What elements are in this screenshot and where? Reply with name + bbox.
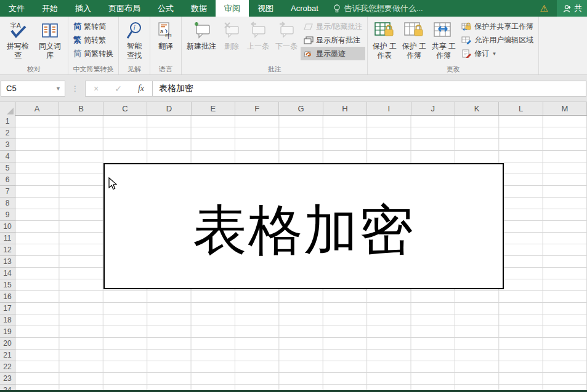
- spellcheck-icon: 字A: [9, 20, 27, 42]
- spell-check-button[interactable]: 字A 拼写检查: [2, 18, 34, 62]
- convert-label: 简繁转换: [84, 49, 113, 59]
- protect-sheet-button[interactable]: 保护 工作表: [370, 18, 399, 62]
- cancel-icon[interactable]: ×: [94, 84, 99, 94]
- smart-lookup-icon: i: [126, 20, 143, 42]
- warning-icon[interactable]: ⚠: [540, 3, 548, 14]
- ribbon-tab[interactable]: 页面布局: [100, 0, 149, 17]
- trad-to-simp-label: 繁转简: [84, 22, 106, 32]
- column-header[interactable]: C: [103, 102, 147, 115]
- next-comment-icon: [277, 20, 296, 42]
- ribbon-tab[interactable]: 文件: [0, 0, 33, 17]
- column-header[interactable]: K: [455, 102, 499, 115]
- row-header[interactable]: 18: [0, 314, 15, 326]
- ribbon-tab[interactable]: 视图: [249, 0, 282, 17]
- share-workbook-icon: [433, 20, 454, 42]
- column-header[interactable]: L: [499, 102, 543, 115]
- column-header[interactable]: H: [323, 102, 367, 115]
- column-header[interactable]: G: [279, 102, 323, 115]
- column-header[interactable]: E: [192, 102, 235, 115]
- column-header[interactable]: M: [543, 102, 587, 115]
- next-comment-button: 下一条: [272, 18, 301, 62]
- row-header[interactable]: 20: [0, 338, 15, 350]
- group-label-changes: 更改: [368, 65, 538, 74]
- svg-text:中: 中: [165, 32, 172, 39]
- smart-lookup-button[interactable]: i 智能 查找: [121, 18, 148, 62]
- row-header[interactable]: 1: [0, 116, 15, 127]
- select-all-corner[interactable]: [0, 102, 15, 116]
- trad-to-simp-button[interactable]: 简 繁转简: [70, 20, 116, 33]
- row-header[interactable]: 4: [0, 151, 15, 162]
- allow-edit-ranges-label: 允许用户编辑区域: [474, 35, 533, 46]
- row-header[interactable]: 10: [0, 221, 15, 233]
- column-header[interactable]: I: [367, 102, 411, 115]
- new-comment-button[interactable]: 新建批注: [184, 18, 219, 62]
- track-changes-label: 修订: [474, 49, 489, 59]
- prev-comment-icon: [249, 20, 267, 42]
- row-header[interactable]: 15: [0, 279, 15, 291]
- row-header[interactable]: 7: [0, 186, 15, 198]
- column-header[interactable]: A: [15, 102, 59, 115]
- share-button[interactable]: 共: [557, 0, 587, 17]
- name-box-dropdown-icon[interactable]: ▼: [55, 86, 61, 92]
- formula-input[interactable]: 表格加密: [153, 81, 586, 97]
- ribbon-tab[interactable]: 公式: [149, 0, 182, 17]
- allow-edit-ranges-button[interactable]: 允许用户编辑区域: [458, 33, 536, 47]
- protect-workbook-icon: [403, 20, 424, 42]
- column-header[interactable]: D: [147, 102, 191, 115]
- row-header[interactable]: 23: [0, 373, 15, 385]
- ribbon-tab[interactable]: Acrobat: [282, 0, 327, 17]
- encrypt-title-text: 表格加密: [193, 195, 415, 258]
- row-header[interactable]: 6: [0, 174, 15, 186]
- group-label-comments: 批注: [182, 65, 367, 74]
- enter-icon[interactable]: ✓: [115, 84, 122, 94]
- encrypt-title-box[interactable]: 表格加密: [103, 163, 504, 289]
- ribbon-tab[interactable]: 插入: [67, 0, 100, 17]
- row-headers: 123456789101112131415161718192021222324: [0, 116, 15, 392]
- column-header[interactable]: B: [59, 102, 103, 115]
- ribbon-tab[interactable]: 开始: [33, 0, 67, 17]
- row-header[interactable]: 13: [0, 256, 15, 268]
- translate-icon: a中: [157, 20, 174, 42]
- tell-me-box[interactable]: 告诉我您想要做什么...: [333, 0, 423, 17]
- share-workbook-button[interactable]: 共享 工作簿: [429, 18, 458, 62]
- show-ink-label: 显示墨迹: [316, 49, 346, 59]
- column-header[interactable]: J: [411, 102, 455, 115]
- trad-to-simp-icon: 简: [73, 21, 81, 32]
- row-header[interactable]: 2: [0, 127, 15, 139]
- show-ink-button[interactable]: 显示墨迹: [301, 47, 365, 60]
- group-label-proofing: 校对: [0, 65, 68, 74]
- name-box[interactable]: C5 ▼: [1, 81, 65, 97]
- convert-button[interactable]: 简 简繁转换: [70, 47, 116, 60]
- row-header[interactable]: 5: [0, 162, 15, 174]
- ribbon-tab[interactable]: 数据: [182, 0, 216, 17]
- protect-share-icon: [461, 22, 472, 31]
- thesaurus-button[interactable]: 同义词库: [34, 18, 66, 62]
- translate-button[interactable]: a中 翻译: [152, 18, 179, 62]
- group-proofing: 字A 拼写检查 同义词库 校对: [0, 17, 68, 74]
- row-header[interactable]: 12: [0, 244, 15, 256]
- formula-bar-separator: ⋮: [65, 84, 85, 93]
- row-header[interactable]: 11: [0, 233, 15, 244]
- row-header[interactable]: 17: [0, 303, 15, 314]
- protect-workbook-button[interactable]: 保护 工作簿: [399, 18, 429, 62]
- row-header[interactable]: 9: [0, 209, 15, 221]
- svg-text:字A: 字A: [10, 22, 21, 29]
- protect-share-workbook-button[interactable]: 保护并共享工作簿: [458, 20, 536, 33]
- ribbon-tab[interactable]: 审阅: [216, 0, 249, 17]
- simp-to-trad-button[interactable]: 繁 简转繁: [70, 33, 116, 47]
- show-all-comments-button[interactable]: 显示所有批注: [301, 33, 365, 47]
- convert-icon: 简: [73, 48, 81, 59]
- row-header[interactable]: 16: [0, 291, 15, 303]
- row-header[interactable]: 19: [0, 326, 15, 338]
- protect-sheet-icon: [374, 20, 395, 42]
- track-changes-button[interactable]: 修订 ▾: [458, 47, 536, 60]
- row-header[interactable]: 14: [0, 268, 15, 279]
- row-header[interactable]: 3: [0, 139, 15, 151]
- row-header[interactable]: 22: [0, 361, 15, 373]
- track-changes-icon: [461, 49, 472, 58]
- column-header[interactable]: F: [235, 102, 279, 115]
- row-header[interactable]: 8: [0, 198, 15, 209]
- row-header[interactable]: 21: [0, 350, 15, 361]
- fx-icon[interactable]: fx: [138, 84, 144, 94]
- protect-sheet-label: 保护 工作表: [372, 42, 397, 60]
